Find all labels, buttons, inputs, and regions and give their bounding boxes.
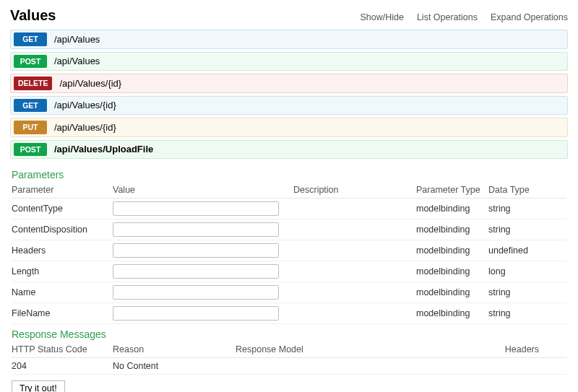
param-ptype: modelbinding [416, 308, 488, 318]
link-show-hide[interactable]: Show/Hide [360, 12, 403, 22]
resp-reason: No Content [113, 361, 236, 371]
param-input-contentdisposition[interactable] [113, 222, 279, 237]
parameter-row: ContentDisposition modelbinding string [12, 219, 566, 240]
link-expand-operations[interactable]: Expand Operations [491, 12, 568, 22]
col-parameter: Parameter [12, 185, 113, 195]
param-input-filename[interactable] [113, 306, 279, 321]
parameters-header-row: Parameter Value Description Parameter Ty… [12, 182, 566, 199]
param-dtype: long [488, 266, 546, 276]
param-ptype: modelbinding [416, 204, 488, 214]
operation-row[interactable]: PUT /api/Values/{id} [10, 118, 568, 137]
link-list-operations[interactable]: List Operations [417, 12, 478, 22]
responses-title: Response Messages [12, 328, 566, 340]
operation-path[interactable]: /api/Values [54, 56, 100, 66]
page-title[interactable]: Values [10, 7, 56, 24]
method-badge: PUT [14, 121, 47, 134]
operation-row[interactable]: POST /api/Values [10, 52, 568, 71]
header: Values Show/Hide List Operations Expand … [10, 7, 568, 24]
param-input-name[interactable] [113, 285, 279, 300]
param-dtype: string [488, 287, 546, 297]
operation-path[interactable]: /api/Values/UploadFile [54, 144, 153, 154]
operation-path[interactable]: /api/Values [54, 34, 100, 45]
col-resp-headers: Headers [481, 344, 539, 354]
param-dtype: string [488, 204, 546, 214]
param-dtype: undefined [488, 245, 546, 256]
parameter-row: Headers modelbinding undefined [12, 240, 566, 261]
parameter-row: ContentType modelbinding string [12, 199, 566, 219]
resp-code: 204 [12, 361, 113, 371]
operation-row[interactable]: GET /api/Values [10, 30, 568, 49]
operation-detail: Parameters Parameter Value Description P… [10, 162, 568, 392]
method-badge: GET [14, 99, 47, 113]
try-it-out-button[interactable]: Try it out! [12, 380, 65, 392]
header-links: Show/Hide List Operations Expand Operati… [360, 12, 568, 22]
param-name: Name [12, 287, 113, 297]
col-model: Response Model [236, 344, 481, 354]
operation-row[interactable]: DELETE /api/Values/{id} [10, 74, 568, 93]
param-name: Length [12, 266, 113, 276]
param-name: ContentType [12, 204, 113, 214]
param-name: Headers [12, 245, 113, 256]
col-value: Value [113, 185, 293, 195]
param-dtype: string [488, 225, 546, 235]
param-ptype: modelbinding [416, 245, 488, 256]
operation-path[interactable]: /api/Values/{id} [59, 78, 121, 89]
operation-row[interactable]: GET /api/Values/{id} [10, 96, 568, 116]
parameters-title: Parameters [12, 169, 566, 180]
param-name: FileName [12, 308, 113, 318]
operation-row-expanded[interactable]: POST /api/Values/UploadFile [10, 140, 568, 160]
operation-path[interactable]: /api/Values/{id} [54, 122, 116, 133]
method-badge: POST [14, 55, 47, 69]
method-badge: POST [14, 143, 47, 157]
parameter-row: Name modelbinding string [12, 282, 566, 303]
method-badge: DELETE [14, 77, 52, 90]
parameter-row: Length modelbinding long [12, 261, 566, 282]
method-badge: GET [14, 32, 47, 46]
response-row: 204 No Content [12, 358, 566, 375]
param-input-headers[interactable] [113, 243, 279, 258]
col-status-code: HTTP Status Code [12, 344, 113, 354]
parameter-row: FileName modelbinding string [12, 303, 566, 324]
param-input-length[interactable] [113, 264, 279, 279]
col-reason: Reason [113, 344, 236, 354]
param-dtype: string [488, 308, 546, 318]
responses-header-row: HTTP Status Code Reason Response Model H… [12, 341, 566, 358]
col-parameter-type: Parameter Type [416, 185, 488, 195]
col-data-type: Data Type [488, 185, 546, 195]
operation-path[interactable]: /api/Values/{id} [54, 100, 116, 110]
param-ptype: modelbinding [416, 287, 488, 297]
param-ptype: modelbinding [416, 266, 488, 276]
param-input-contenttype[interactable] [113, 201, 279, 216]
param-name: ContentDisposition [12, 225, 113, 235]
col-description: Description [293, 185, 416, 195]
param-ptype: modelbinding [416, 225, 488, 235]
